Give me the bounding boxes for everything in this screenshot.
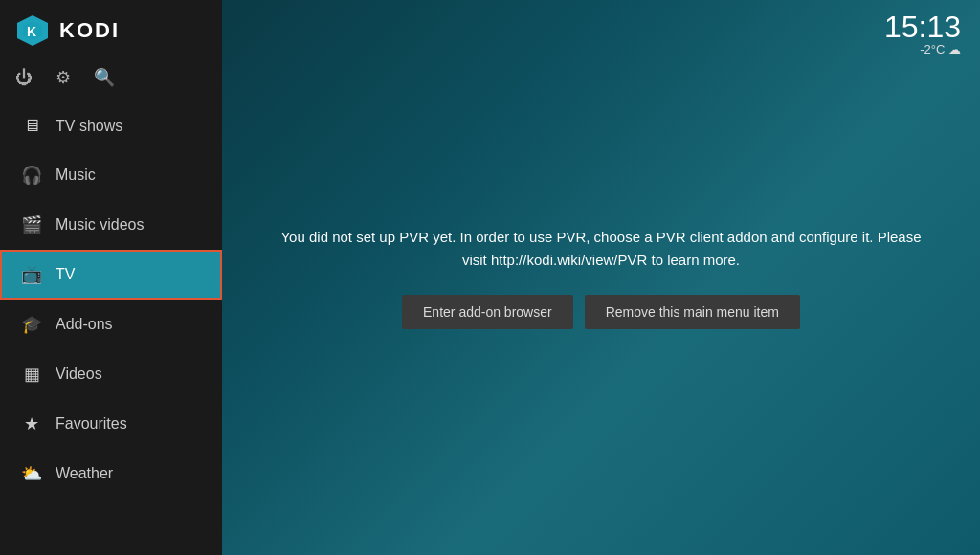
favourites-icon: ★ xyxy=(21,413,42,434)
search-icon[interactable]: 🔍 xyxy=(94,67,115,88)
tv-icon: 📺 xyxy=(21,264,42,285)
clock-area: 15:13 -2°C ☁ xyxy=(884,11,961,56)
sidebar-item-music[interactable]: 🎧 Music xyxy=(0,150,222,200)
sidebar-header: K KODI xyxy=(0,0,222,61)
kodi-logo-icon: K xyxy=(15,13,50,48)
sidebar-nav: 🖥 TV shows 🎧 Music 🎬 Music videos 📺 TV 🎓… xyxy=(0,101,222,555)
sidebar-icon-bar: ⏻ ⚙ 🔍 xyxy=(0,61,222,101)
sidebar-item-label: Favourites xyxy=(56,415,127,433)
clock-weather: -2°C ☁ xyxy=(884,42,961,56)
sidebar-item-label: Music videos xyxy=(56,216,144,233)
videos-icon: ▦ xyxy=(21,364,42,385)
sidebar-item-videos[interactable]: ▦ Videos xyxy=(0,349,222,399)
music-icon: 🎧 xyxy=(21,165,42,186)
tv-shows-icon: 🖥 xyxy=(21,116,42,136)
weather-icon: ⛅ xyxy=(21,463,42,484)
main-content: 15:13 -2°C ☁ You did not set up PVR yet.… xyxy=(222,0,980,555)
power-icon[interactable]: ⏻ xyxy=(15,68,33,88)
remove-menu-item-button[interactable]: Remove this main menu item xyxy=(585,295,800,329)
pvr-message: You did not set up PVR yet. In order to … xyxy=(276,226,926,272)
sidebar-item-tv[interactable]: 📺 TV xyxy=(0,250,222,300)
sidebar-item-music-videos[interactable]: 🎬 Music videos xyxy=(0,200,222,250)
temperature: -2°C xyxy=(920,42,945,56)
weather-cloud-icon: ☁ xyxy=(948,42,961,56)
sidebar-item-label: TV shows xyxy=(56,118,122,135)
sidebar-item-label: Music xyxy=(56,166,96,184)
sidebar-item-label: Videos xyxy=(56,366,102,383)
sidebar-item-label: Add-ons xyxy=(56,316,113,333)
sidebar-item-tv-shows[interactable]: 🖥 TV shows xyxy=(0,101,222,150)
enter-addon-browser-button[interactable]: Enter add-on browser xyxy=(402,295,573,329)
sidebar-item-weather[interactable]: ⛅ Weather xyxy=(0,449,222,499)
sidebar-item-add-ons[interactable]: 🎓 Add-ons xyxy=(0,300,222,349)
svg-text:K: K xyxy=(27,24,36,39)
app-title: KODI xyxy=(59,18,120,43)
pvr-content: You did not set up PVR yet. In order to … xyxy=(222,0,980,555)
add-ons-icon: 🎓 xyxy=(21,314,42,335)
clock-time: 15:13 xyxy=(884,11,961,42)
sidebar-item-label: TV xyxy=(56,266,75,283)
sidebar-item-label: Weather xyxy=(56,465,113,482)
sidebar: K KODI ⏻ ⚙ 🔍 🖥 TV shows 🎧 Music 🎬 Music … xyxy=(0,0,222,555)
settings-icon[interactable]: ⚙ xyxy=(56,67,71,88)
sidebar-item-favourites[interactable]: ★ Favourites xyxy=(0,399,222,449)
pvr-buttons: Enter add-on browser Remove this main me… xyxy=(402,295,800,329)
music-videos-icon: 🎬 xyxy=(21,214,42,235)
